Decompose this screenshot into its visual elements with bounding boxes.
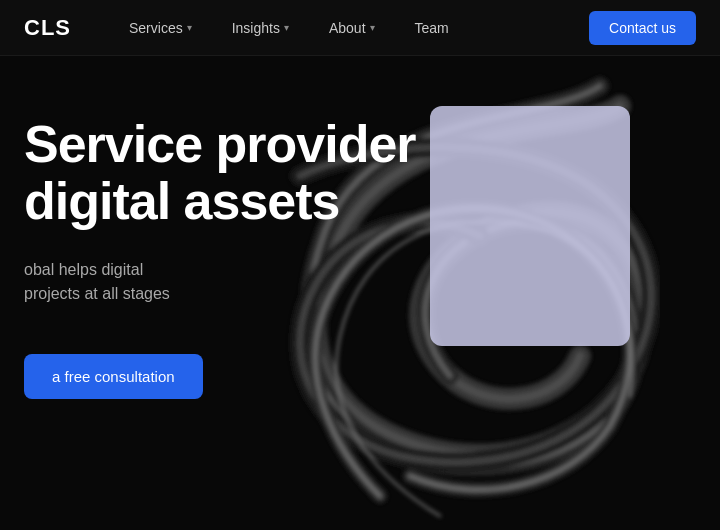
hero-subtitle: obal helps digital projects at all stage… [24,258,304,306]
hero-subtitle-line2: projects at all stages [24,285,170,302]
nav-item-insights[interactable]: Insights ▾ [214,12,307,44]
chevron-down-icon: ▾ [370,22,375,33]
nav-label-about: About [329,20,366,36]
hero-section: Service provider digital assets obal hel… [0,56,720,530]
navbar: CLS Services ▾ Insights ▾ About ▾ Team C… [0,0,720,56]
contact-button[interactable]: Contact us [589,11,696,45]
hero-subtitle-line1: obal helps digital [24,261,143,278]
nav-links: Services ▾ Insights ▾ About ▾ Team [111,12,589,44]
hero-content: Service provider digital assets obal hel… [24,116,416,399]
cta-button[interactable]: a free consultation [24,354,203,399]
chevron-down-icon: ▾ [284,22,289,33]
decorative-card [430,106,630,346]
nav-label-team: Team [415,20,449,36]
nav-label-insights: Insights [232,20,280,36]
nav-item-about[interactable]: About ▾ [311,12,393,44]
nav-item-team[interactable]: Team [397,12,467,44]
nav-label-services: Services [129,20,183,36]
chevron-down-icon: ▾ [187,22,192,33]
hero-title: Service provider digital assets [24,116,416,230]
hero-title-line1: Service provider [24,115,416,173]
brand-logo: CLS [24,15,71,41]
nav-item-services[interactable]: Services ▾ [111,12,210,44]
hero-title-line2: digital assets [24,172,339,230]
